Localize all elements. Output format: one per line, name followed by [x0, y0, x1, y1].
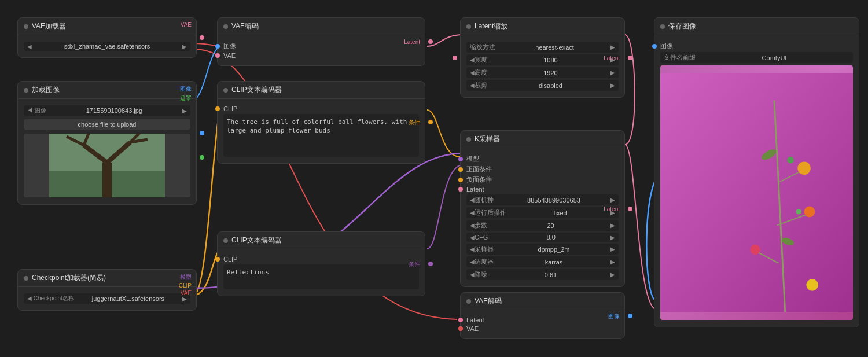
clip-encoder2-body: CLIP Reflections — [218, 249, 425, 296]
vae-next-arrow[interactable]: ▶ — [182, 43, 187, 50]
vae-out-label2: VAE — [181, 290, 192, 296]
scheduler-next[interactable]: ▶ — [610, 259, 615, 265]
vae-loader-header: VAE加载器 VAE — [18, 18, 196, 35]
latent-scale-body: 缩放方法 nearest-exact ▶ ◀ 宽度 1080 ▶ ◀ 高度 19… — [461, 35, 624, 97]
checkpoint-prev[interactable]: ◀ Checkpoint名称 — [27, 295, 74, 303]
steps-prev[interactable]: ◀ — [470, 222, 475, 229]
sampler-control[interactable]: ◀ 采样器 dpmpp_2m ▶ — [466, 244, 619, 255]
ksampler-title: K采样器 — [475, 134, 500, 144]
checkpoint-loader-node: Checkpoint加载器(简易) 模型 CLIP VAE ◀ Checkpoi… — [17, 269, 197, 311]
upload-button[interactable]: choose file to upload — [24, 119, 190, 130]
save-image-in-label: 图像 — [660, 42, 673, 50]
ksampler-dot — [466, 137, 471, 142]
scale-method-value: nearest-exact — [499, 44, 610, 51]
image-filename-control[interactable]: ◀ 图像 1715590100843.jpg ▶ — [24, 105, 190, 116]
height-value: 1920 — [491, 69, 610, 76]
crop-control[interactable]: ◀ 裁剪 disabled ▶ — [466, 80, 619, 91]
vae-decode-header: VAE解码 图像 — [461, 293, 624, 310]
load-image-title: 加载图像 — [32, 85, 60, 95]
cfg-control[interactable]: ◀ CFG 8.0 ▶ — [466, 233, 619, 242]
scale-method-next[interactable]: ▶ — [610, 44, 615, 50]
height-control[interactable]: ◀ 高度 1920 ▶ — [466, 67, 619, 78]
vae-prev-arrow[interactable]: ◀ — [27, 43, 32, 50]
svg-point-18 — [787, 157, 793, 163]
vae-decode-vae-in — [458, 326, 463, 331]
load-image-node: 加载图像 图像 遮罩 ◀ 图像 1715590100843.jpg ▶ choo… — [17, 81, 197, 205]
output-image-preview — [660, 65, 853, 320]
filename-control[interactable]: 文件名前缀 ComfyUI — [660, 52, 853, 63]
run-after-control[interactable]: ◀ 运行后操作 fixed ▶ — [466, 207, 619, 218]
clip2-input-port: CLIP — [223, 256, 419, 263]
image-next[interactable]: ▶ — [182, 108, 187, 114]
load-image-body: ◀ 图像 1715590100843.jpg ▶ choose file to … — [18, 99, 196, 204]
height-next[interactable]: ▶ — [610, 69, 615, 76]
image-preview — [24, 134, 190, 197]
crop-next[interactable]: ▶ — [610, 82, 615, 89]
crop-prev[interactable]: ◀ — [470, 82, 475, 89]
clip2-text-input[interactable]: Reflections — [223, 264, 419, 289]
clip-encoder1-header: CLIP文本编码器 条件 — [218, 82, 425, 99]
load-image-header: 加载图像 图像 遮罩 — [18, 82, 196, 99]
cfg-label: CFG — [475, 234, 488, 241]
svg-point-19 — [796, 209, 801, 214]
clip-encoder2-out — [428, 262, 433, 266]
scheduler-control[interactable]: ◀ 调度器 karras ▶ — [466, 256, 619, 267]
checkpoint-next[interactable]: ▶ — [182, 296, 187, 302]
steps-next[interactable]: ▶ — [610, 222, 615, 229]
clip1-input-dot — [215, 106, 220, 111]
load-image-mask — [200, 155, 204, 160]
run-after-prev[interactable]: ◀ — [470, 209, 475, 216]
clip1-text-input[interactable]: The tree is full of colorful ball flower… — [223, 114, 419, 157]
ksampler-header: K采样器 Latent — [461, 131, 624, 148]
sampler-prev[interactable]: ◀ — [470, 246, 475, 252]
cfg-prev[interactable]: ◀ — [470, 234, 475, 241]
clip-encoder2-title: CLIP文本编码器 — [231, 235, 282, 245]
vae-encode-vae-in — [215, 53, 220, 58]
latent-scale-node: Latent缩放 Latent 缩放方法 nearest-exact ▶ ◀ 宽… — [460, 17, 625, 98]
vae-filename-control[interactable]: ◀ sdxl_zhamao_vae.safetensors ▶ — [24, 42, 190, 51]
scale-method-control[interactable]: 缩放方法 nearest-exact ▶ — [466, 42, 619, 53]
latent-scale-header: Latent缩放 Latent — [461, 18, 624, 35]
vae-encode-header: VAE编码 Latent — [218, 18, 425, 35]
checkpoint-value: juggernautXL.safetensors — [76, 295, 180, 302]
negative-in-label: 负面条件 — [466, 175, 492, 184]
denoise-value: 0.61 — [491, 271, 610, 278]
vae-decode-vae-port: VAE — [466, 325, 619, 332]
steps-control[interactable]: ◀ 步数 20 ▶ — [466, 220, 619, 231]
width-control[interactable]: ◀ 宽度 1080 ▶ — [466, 54, 619, 65]
sampler-next[interactable]: ▶ — [610, 246, 615, 252]
seed-prev[interactable]: ◀ — [470, 197, 475, 203]
vae-decode-vae-label: VAE — [466, 325, 479, 332]
scheduler-prev[interactable]: ◀ — [470, 259, 475, 265]
latent-scale-title: Latent缩放 — [475, 21, 507, 31]
seed-label: 随机种 — [475, 196, 494, 204]
clip-encoder2-dot — [223, 238, 228, 243]
seed-next[interactable]: ▶ — [610, 197, 615, 203]
vae-decode-body: Latent VAE — [461, 310, 624, 338]
cfg-next[interactable]: ▶ — [610, 234, 615, 241]
height-prev[interactable]: ◀ — [470, 69, 475, 76]
denoise-next[interactable]: ▶ — [610, 271, 615, 278]
crop-value: disabled — [491, 82, 610, 89]
filename-value: ComfyUI — [699, 54, 849, 61]
svg-point-16 — [797, 162, 811, 175]
clip-encoder1-dot — [223, 88, 228, 93]
vae-loader-body: ◀ sdxl_zhamao_vae.safetensors ▶ — [18, 35, 196, 57]
seed-control[interactable]: ◀ 随机种 885543899030653 ▶ — [466, 194, 619, 205]
vae-loader-value: sdxl_zhamao_vae.safetensors — [34, 43, 180, 50]
image-prev[interactable]: ◀ 图像 — [27, 106, 46, 115]
positive-in-dot — [458, 167, 463, 172]
checkpoint-header: Checkpoint加载器(简易) 模型 CLIP VAE — [18, 270, 196, 287]
checkpoint-dot — [24, 276, 28, 281]
model-out-label: 模型 — [180, 273, 192, 281]
denoise-prev[interactable]: ◀ — [470, 271, 475, 278]
scheduler-value: karras — [497, 259, 610, 266]
checkpoint-control[interactable]: ◀ Checkpoint名称 juggernautXL.safetensors … — [24, 293, 190, 304]
width-prev[interactable]: ◀ — [470, 57, 475, 63]
vae-encode-image-in — [215, 44, 220, 49]
latent-scale-out — [628, 56, 632, 60]
positive-in-label: 正面条件 — [466, 165, 492, 174]
denoise-control[interactable]: ◀ 降噪 0.61 ▶ — [466, 269, 619, 280]
vae-decode-latent-label: Latent — [466, 316, 484, 323]
latent-scale-in — [453, 56, 457, 60]
